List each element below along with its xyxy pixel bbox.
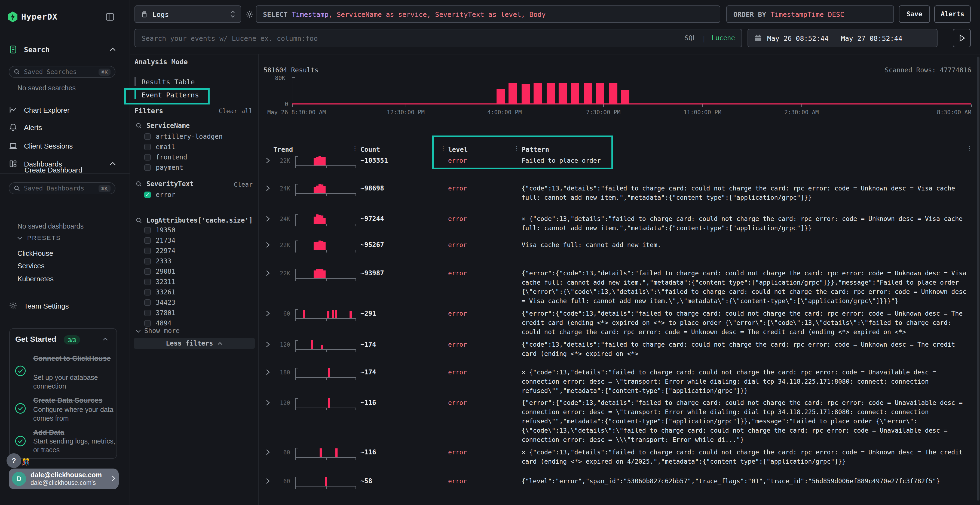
filter-option[interactable]: frontend (130, 152, 259, 162)
mode-results-table[interactable]: Results Table (134, 76, 232, 87)
checkbox[interactable] (144, 289, 151, 295)
pattern-text: {"code":13,"details":"failed to charge c… (522, 340, 974, 359)
filter-option[interactable]: 34423 (130, 297, 259, 308)
preset-services[interactable]: Services (18, 262, 45, 270)
search-bar: SQL | Lucene (134, 29, 742, 48)
clear-severity-link[interactable]: Clear (234, 181, 253, 188)
help-button[interactable]: ? (6, 453, 21, 468)
search-icon[interactable] (135, 181, 142, 187)
sidebar-item-search[interactable]: Search (0, 43, 130, 57)
filter-option[interactable]: 19350 (130, 225, 259, 235)
sidebar-item-label: Client Sessions (24, 142, 73, 150)
level-value: error (448, 399, 467, 407)
clear-all-filters-link[interactable]: Clear all (219, 107, 253, 115)
axis-tick (356, 194, 356, 196)
axis-tick (326, 378, 326, 380)
filter-option[interactable]: payment (130, 162, 259, 173)
checkbox[interactable] (144, 278, 151, 285)
hyperdx-logo-icon[interactable] (8, 11, 18, 22)
checkbox[interactable] (144, 164, 151, 171)
filter-option-label: 2333 (156, 257, 172, 265)
app-title[interactable]: HyperDX (21, 12, 57, 22)
check-circle-icon (15, 365, 26, 376)
axis-tick (295, 408, 296, 410)
alerts-button[interactable]: Alerts (934, 5, 971, 23)
filter-option[interactable]: 2333 (130, 256, 259, 266)
filter-option[interactable]: 22974 (130, 245, 259, 256)
filter-option[interactable]: 21734 (130, 235, 259, 245)
checkbox[interactable] (144, 133, 151, 140)
sparkline-bar (303, 310, 305, 318)
orderby-clause-input[interactable]: ORDER BY TimestampTime DESC (726, 5, 894, 23)
sidebar-item-client-sessions[interactable]: Client Sessions (0, 139, 130, 153)
search-input[interactable] (142, 34, 679, 42)
get-started-step-title[interactable]: Add Data (33, 428, 115, 437)
sidebar-collapse-icon[interactable] (105, 12, 115, 22)
get-started-step-title[interactable]: Create Data Sources (33, 396, 115, 405)
search-icon[interactable] (135, 217, 142, 224)
select-keyword: SELECT (263, 10, 288, 18)
sql-mode-toggle[interactable]: SQL (685, 34, 696, 42)
query-fields: , ServiceName as service, SeverityText a… (329, 10, 546, 18)
filter-option[interactable]: email (130, 141, 259, 152)
trend-max-label: 22K (263, 270, 290, 276)
checkbox[interactable] (144, 299, 151, 306)
trend-max-label: 22K (263, 241, 290, 248)
filter-option[interactable]: 32311 (130, 276, 259, 287)
filter-option-label: 4894 (156, 319, 172, 327)
mode-event-patterns[interactable]: Event Patterns (134, 89, 232, 101)
checkbox[interactable] (144, 143, 151, 150)
checkbox[interactable] (144, 237, 151, 243)
checkbox[interactable] (144, 320, 151, 326)
show-more-toggle[interactable]: Show more (135, 327, 180, 335)
sidebar-item-chart-explorer[interactable]: Chart Explorer (0, 103, 130, 117)
source-select[interactable]: Logs (134, 5, 241, 23)
checkbox[interactable] (144, 227, 151, 233)
sidebar-item-team-settings[interactable]: Team Settings (0, 299, 130, 313)
chevron-down-icon[interactable] (17, 236, 23, 240)
checkbox[interactable]: ✓ (144, 191, 151, 198)
checkbox[interactable] (144, 258, 151, 264)
mode-label: Results Table (142, 78, 195, 86)
sidebar-item-label: Team Settings (24, 302, 69, 310)
chevron-up-icon[interactable] (102, 337, 108, 341)
presets-section-label[interactable]: PRESETS (27, 235, 61, 241)
saved-dashboards-search[interactable]: Saved Dashboards ⌘K (9, 182, 115, 194)
filter-option[interactable]: 37801 (130, 308, 259, 318)
lucene-mode-toggle[interactable]: Lucene (711, 34, 735, 42)
source-settings-gear-icon[interactable] (245, 10, 254, 19)
filter-option[interactable]: 33261 (130, 287, 259, 297)
axis-tick (295, 458, 296, 460)
filter-option[interactable]: artillery-loadgen (130, 131, 259, 141)
pattern-text: {"code":13,"details":"failed to charge c… (522, 184, 974, 202)
search-icon[interactable] (135, 122, 142, 129)
trend-sparkline (295, 156, 356, 166)
sidebar-item-alerts[interactable]: Alerts (0, 120, 130, 134)
checkbox[interactable] (144, 310, 151, 316)
trend-max-label: 60 (263, 310, 290, 317)
vertical-scrollbar[interactable] (977, 57, 980, 501)
checkbox[interactable] (144, 247, 151, 254)
save-button[interactable]: Save (899, 5, 930, 23)
filter-option[interactable]: 29081 (130, 266, 259, 276)
cache-options: 1935021734229742333290813231133261344233… (130, 225, 259, 328)
run-search-play-button[interactable] (953, 29, 971, 48)
filter-option[interactable]: 4894 (130, 318, 259, 328)
saved-searches-search[interactable]: Saved Searches ⌘K (9, 66, 115, 78)
preset-kubernetes[interactable]: Kubernetes (18, 275, 54, 283)
less-filters-button[interactable]: Less filters (134, 338, 255, 349)
trend-max-label: 120 (263, 341, 290, 348)
date-range-picker[interactable]: May 26 08:52:44 - May 27 08:52:44 (748, 29, 937, 48)
sparkline-bar (336, 449, 338, 457)
trend-sparkline (295, 340, 356, 350)
checkbox[interactable] (144, 268, 151, 275)
axis-tick (326, 250, 326, 252)
filter-option[interactable]: ✓error (130, 189, 259, 200)
create-dashboard-label[interactable]: Create Dashboard (24, 166, 82, 174)
filter-option-label: 29081 (156, 267, 175, 275)
preset-clickhouse[interactable]: ClickHouse (18, 249, 53, 257)
checkbox[interactable] (144, 154, 151, 160)
user-menu[interactable]: D dale@clickhouse.com dale@clickhouse.co… (9, 468, 119, 489)
get-started-step-title[interactable]: Connect to ClickHouse (33, 354, 115, 363)
select-clause-input[interactable]: SELECT Timestamp , ServiceName as servic… (256, 5, 720, 23)
